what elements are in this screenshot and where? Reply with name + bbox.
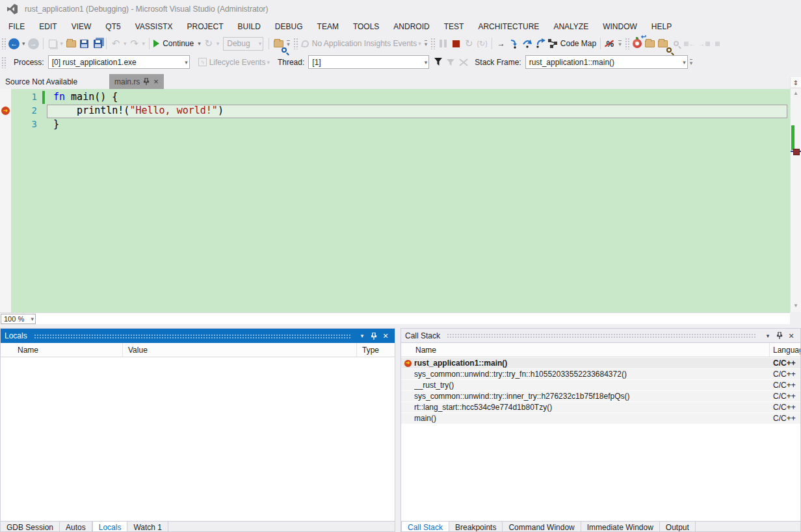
menu-item-edit[interactable]: EDIT xyxy=(32,19,64,34)
locals-column-name[interactable]: Name xyxy=(1,343,123,357)
locals-title-bar[interactable]: Locals ▾ × xyxy=(1,329,395,343)
search-disabled-button[interactable] xyxy=(670,36,683,51)
close-panel-button[interactable]: × xyxy=(786,331,796,341)
flag-threads-disabled-icon[interactable] xyxy=(459,58,468,66)
locals-column-type[interactable]: Type xyxy=(357,343,395,357)
step-into-button[interactable] xyxy=(508,36,521,51)
restart-dropdown-icon[interactable]: ▾ xyxy=(215,40,221,47)
watch-tab-gdb-session[interactable]: GDB Session xyxy=(1,522,60,531)
locals-body[interactable] xyxy=(1,357,395,521)
debugwin-tab-command-window[interactable]: Command Window xyxy=(503,522,581,531)
insights-dropdown-icon[interactable]: ▾ xyxy=(417,40,423,47)
debugwin-tab-output[interactable]: Output xyxy=(660,522,696,531)
watch-tab-watch-1[interactable]: Watch 1 xyxy=(127,522,168,531)
toolbar-drag-grip[interactable] xyxy=(293,38,298,49)
step-over-button[interactable] xyxy=(521,36,534,51)
clipped-toolbar-button[interactable] xyxy=(711,36,724,51)
restart-button[interactable]: ↻ xyxy=(202,36,215,51)
watch-tab-autos[interactable]: Autos xyxy=(60,522,92,531)
open-file-button[interactable] xyxy=(64,36,77,51)
close-panel-button[interactable]: × xyxy=(380,331,391,341)
debugwin-tab-immediate-window[interactable]: Immediate Window xyxy=(581,522,660,531)
toolbar-overflow-icon[interactable]: ▾ xyxy=(425,40,428,47)
close-tab-icon[interactable]: × xyxy=(153,77,159,86)
editor-zoom-combo[interactable]: 100 % ▾ xyxy=(1,314,36,324)
step-out-button[interactable] xyxy=(534,36,547,51)
menu-item-android[interactable]: ANDROID xyxy=(386,19,436,34)
stack-frame-row[interactable]: rust_application1::main()C/C++ xyxy=(401,358,800,369)
toolbar-drag-grip[interactable] xyxy=(1,38,6,49)
breakpoint-gutter[interactable] xyxy=(0,89,11,312)
menu-item-architecture[interactable]: ARCHITECTURE xyxy=(471,19,546,34)
scroll-up-icon[interactable]: ▲ xyxy=(791,88,801,98)
code-map-button[interactable]: Code Map xyxy=(547,36,597,51)
scrollbar-track[interactable] xyxy=(791,98,801,293)
undo-button[interactable]: ↶ xyxy=(109,36,122,51)
toolbar-drag-grip[interactable] xyxy=(430,38,435,49)
restart-debugging-button[interactable]: ↻ xyxy=(462,36,475,51)
toolbar-overflow-icon[interactable]: ▾ xyxy=(690,59,693,66)
menu-item-help[interactable]: HELP xyxy=(644,19,679,34)
lifecycle-events-button[interactable]: ϟ xyxy=(196,55,209,70)
new-item-button[interactable] xyxy=(46,36,59,51)
filter-disabled-icon[interactable] xyxy=(447,58,455,66)
title-drag-texture[interactable] xyxy=(34,334,350,340)
editor-vertical-scrollbar[interactable]: ⇕ ▲ ▼ xyxy=(790,77,801,312)
redo-button[interactable]: ↷ xyxy=(128,36,141,51)
callstack-title-bar[interactable]: Call Stack ▾ × xyxy=(401,329,800,343)
stack-frame-row[interactable]: sys_common::unwind::try::inner_try::h276… xyxy=(401,391,800,402)
title-drag-texture[interactable] xyxy=(447,333,756,339)
window-position-button[interactable]: ▾ xyxy=(763,331,773,341)
code-editor[interactable]: 123 fn main() { println!("Hello, world!"… xyxy=(0,89,790,312)
menu-item-view[interactable]: VIEW xyxy=(64,19,99,34)
callstack-column-name[interactable]: Name xyxy=(401,343,770,357)
filter-threads-icon[interactable] xyxy=(434,58,443,66)
menu-item-team[interactable]: TEAM xyxy=(310,19,346,34)
stack-frame-row[interactable]: sys_common::unwind::try::try_fn::h105520… xyxy=(401,369,800,380)
menu-item-debug[interactable]: DEBUG xyxy=(268,19,310,34)
toolbar-overflow-icon[interactable]: ▾ xyxy=(287,40,290,47)
continue-button[interactable]: Continue xyxy=(152,36,196,51)
save-all-button[interactable] xyxy=(90,36,103,51)
stack-frame-row[interactable]: rt::lang_start::hcc534c9e774d1b80Tzy()C/… xyxy=(401,402,800,413)
scroll-down-icon[interactable]: ▼ xyxy=(791,301,801,310)
menu-item-build[interactable]: BUILD xyxy=(231,19,268,34)
breakpoint-current-statement-icon[interactable] xyxy=(1,107,10,115)
menu-item-vassistx[interactable]: VASSISTX xyxy=(128,19,180,34)
stack-frame-row[interactable]: main()C/C++ xyxy=(401,413,800,424)
hex-display-button[interactable]: % xyxy=(603,36,616,51)
debugwin-tab-call-stack[interactable]: Call Stack xyxy=(401,522,449,531)
menu-item-window[interactable]: WINDOW xyxy=(596,19,644,34)
find-in-solution-button[interactable] xyxy=(657,36,670,51)
navigate-forward-button[interactable]: → xyxy=(27,36,40,51)
toolbar-drag-grip[interactable] xyxy=(1,57,6,68)
step-back-disabled-button[interactable]: ← xyxy=(683,36,697,51)
solution-configuration-combo[interactable]: Debug ▾ xyxy=(223,37,263,51)
continue-dropdown-icon[interactable]: ▾ xyxy=(196,40,202,47)
save-button[interactable] xyxy=(77,36,90,51)
tab-main-rs[interactable]: main.rs × xyxy=(109,74,164,89)
step-forward-disabled-button[interactable]: → xyxy=(697,36,711,51)
debugwin-tab-breakpoints[interactable]: Breakpoints xyxy=(449,522,503,531)
menu-item-tools[interactable]: TOOLS xyxy=(346,19,386,34)
window-position-button[interactable]: ▾ xyxy=(357,331,367,341)
auto-hide-button[interactable] xyxy=(774,331,785,341)
process-combo[interactable]: [0] rust_application1.exe ▾ xyxy=(48,55,190,69)
menu-item-test[interactable]: TEST xyxy=(437,19,471,34)
show-next-statement-button[interactable]: → xyxy=(495,36,508,51)
stack-frame-row[interactable]: __rust_try()C/C++ xyxy=(401,380,800,391)
stack-frame-combo[interactable]: rust_application1::main() ▾ xyxy=(525,55,688,69)
split-window-handle[interactable]: ⇕ xyxy=(791,77,801,88)
stop-debugging-button[interactable] xyxy=(449,36,462,51)
menu-item-analyze[interactable]: ANALYZE xyxy=(546,19,596,34)
back-dropdown-icon[interactable]: ▾ xyxy=(21,40,27,47)
application-insights-button[interactable] xyxy=(299,36,312,51)
toolbar-overflow-icon[interactable]: ▾ xyxy=(618,40,622,47)
menu-item-qt5[interactable]: QT5 xyxy=(98,19,127,34)
apply-code-changes-button[interactable]: {↻} xyxy=(475,36,489,51)
auto-hide-button[interactable] xyxy=(369,331,379,341)
watch-tab-locals[interactable]: Locals xyxy=(92,522,128,531)
new-item-dropdown-icon[interactable]: ▾ xyxy=(59,40,65,47)
locals-column-value[interactable]: Value xyxy=(123,343,357,357)
menu-item-file[interactable]: FILE xyxy=(1,19,32,34)
